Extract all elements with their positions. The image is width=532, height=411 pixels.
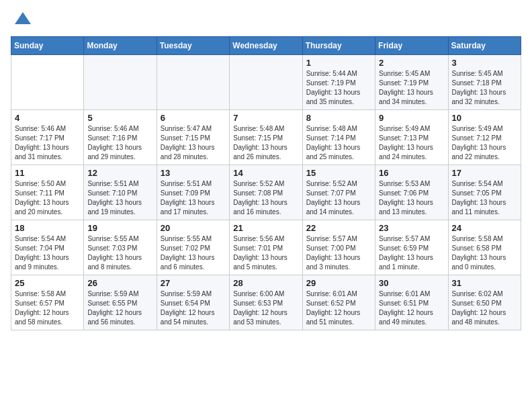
- day-info: Sunrise: 5:59 AM Sunset: 6:54 PM Dayligh…: [161, 289, 226, 327]
- day-number: 30: [379, 278, 444, 288]
- day-info: Sunrise: 6:00 AM Sunset: 6:53 PM Dayligh…: [233, 289, 298, 327]
- page-header: [11, 11, 521, 30]
- calendar-cell: 2Sunrise: 5:45 AM Sunset: 7:19 PM Daylig…: [375, 55, 448, 110]
- day-number: 29: [306, 278, 371, 288]
- weekday-header-row: SundayMondayTuesdayWednesdayThursdayFrid…: [11, 37, 521, 55]
- weekday-header-saturday: Saturday: [448, 37, 521, 55]
- calendar-cell: 5Sunrise: 5:46 AM Sunset: 7:16 PM Daylig…: [84, 110, 157, 165]
- day-number: 26: [87, 278, 152, 288]
- calendar-cell: 8Sunrise: 5:48 AM Sunset: 7:14 PM Daylig…: [302, 110, 375, 165]
- day-number: 27: [161, 278, 226, 288]
- day-info: Sunrise: 5:45 AM Sunset: 7:18 PM Dayligh…: [452, 69, 517, 107]
- calendar-cell: 24Sunrise: 5:58 AM Sunset: 6:58 PM Dayli…: [448, 220, 521, 275]
- calendar-cell: 16Sunrise: 5:53 AM Sunset: 7:06 PM Dayli…: [375, 165, 448, 220]
- day-number: 5: [87, 113, 152, 123]
- calendar-cell: 10Sunrise: 5:49 AM Sunset: 7:12 PM Dayli…: [448, 110, 521, 165]
- day-info: Sunrise: 5:47 AM Sunset: 7:15 PM Dayligh…: [161, 124, 226, 162]
- day-info: Sunrise: 6:02 AM Sunset: 6:50 PM Dayligh…: [452, 289, 517, 327]
- day-number: 3: [452, 58, 517, 68]
- day-info: Sunrise: 5:58 AM Sunset: 6:57 PM Dayligh…: [15, 289, 80, 327]
- day-number: 7: [233, 113, 298, 123]
- day-info: Sunrise: 5:57 AM Sunset: 6:59 PM Dayligh…: [379, 234, 444, 272]
- weekday-header-tuesday: Tuesday: [157, 37, 229, 55]
- day-number: 9: [379, 113, 444, 123]
- day-number: 13: [161, 168, 226, 178]
- calendar-week-1: 1Sunrise: 5:44 AM Sunset: 7:19 PM Daylig…: [11, 55, 521, 110]
- logo-icon: [13, 11, 32, 30]
- calendar-cell: 13Sunrise: 5:51 AM Sunset: 7:09 PM Dayli…: [157, 165, 229, 220]
- day-info: Sunrise: 5:51 AM Sunset: 7:09 PM Dayligh…: [161, 179, 226, 217]
- calendar-week-2: 4Sunrise: 5:46 AM Sunset: 7:17 PM Daylig…: [11, 110, 521, 165]
- calendar-cell: 14Sunrise: 5:52 AM Sunset: 7:08 PM Dayli…: [230, 165, 302, 220]
- calendar-cell: 6Sunrise: 5:47 AM Sunset: 7:15 PM Daylig…: [157, 110, 229, 165]
- calendar-week-4: 18Sunrise: 5:54 AM Sunset: 7:04 PM Dayli…: [11, 220, 521, 275]
- calendar-cell: 26Sunrise: 5:59 AM Sunset: 6:55 PM Dayli…: [84, 275, 157, 330]
- day-number: 22: [306, 223, 371, 233]
- calendar-cell: 23Sunrise: 5:57 AM Sunset: 6:59 PM Dayli…: [375, 220, 448, 275]
- day-number: 4: [15, 113, 80, 123]
- calendar-cell: 11Sunrise: 5:50 AM Sunset: 7:11 PM Dayli…: [11, 165, 84, 220]
- calendar-cell: 17Sunrise: 5:54 AM Sunset: 7:05 PM Dayli…: [448, 165, 521, 220]
- day-number: 11: [15, 168, 80, 178]
- day-info: Sunrise: 6:01 AM Sunset: 6:52 PM Dayligh…: [306, 289, 371, 327]
- weekday-header-thursday: Thursday: [302, 37, 375, 55]
- weekday-header-wednesday: Wednesday: [230, 37, 302, 55]
- calendar-cell: 9Sunrise: 5:49 AM Sunset: 7:13 PM Daylig…: [375, 110, 448, 165]
- day-info: Sunrise: 5:49 AM Sunset: 7:13 PM Dayligh…: [379, 124, 444, 162]
- calendar-cell: [84, 55, 157, 110]
- calendar-cell: 21Sunrise: 5:56 AM Sunset: 7:01 PM Dayli…: [230, 220, 302, 275]
- day-info: Sunrise: 5:58 AM Sunset: 6:58 PM Dayligh…: [452, 234, 517, 272]
- day-number: 23: [379, 223, 444, 233]
- day-info: Sunrise: 5:48 AM Sunset: 7:14 PM Dayligh…: [306, 124, 371, 162]
- calendar-cell: 27Sunrise: 5:59 AM Sunset: 6:54 PM Dayli…: [157, 275, 229, 330]
- calendar-cell: [11, 55, 84, 110]
- day-number: 2: [379, 58, 444, 68]
- day-info: Sunrise: 5:56 AM Sunset: 7:01 PM Dayligh…: [233, 234, 298, 272]
- day-info: Sunrise: 5:46 AM Sunset: 7:16 PM Dayligh…: [87, 124, 152, 162]
- logo: [11, 11, 32, 30]
- calendar-cell: 19Sunrise: 5:55 AM Sunset: 7:03 PM Dayli…: [84, 220, 157, 275]
- day-info: Sunrise: 5:44 AM Sunset: 7:19 PM Dayligh…: [306, 69, 371, 107]
- day-info: Sunrise: 5:49 AM Sunset: 7:12 PM Dayligh…: [452, 124, 517, 162]
- calendar-week-5: 25Sunrise: 5:58 AM Sunset: 6:57 PM Dayli…: [11, 275, 521, 330]
- weekday-header-sunday: Sunday: [11, 37, 84, 55]
- svg-marker-0: [15, 12, 31, 24]
- day-info: Sunrise: 5:53 AM Sunset: 7:06 PM Dayligh…: [379, 179, 444, 217]
- day-info: Sunrise: 6:01 AM Sunset: 6:51 PM Dayligh…: [379, 289, 444, 327]
- day-info: Sunrise: 5:46 AM Sunset: 7:17 PM Dayligh…: [15, 124, 80, 162]
- day-info: Sunrise: 5:55 AM Sunset: 7:03 PM Dayligh…: [87, 234, 152, 272]
- calendar-cell: 12Sunrise: 5:51 AM Sunset: 7:10 PM Dayli…: [84, 165, 157, 220]
- calendar-cell: 28Sunrise: 6:00 AM Sunset: 6:53 PM Dayli…: [230, 275, 302, 330]
- day-number: 8: [306, 113, 371, 123]
- day-number: 10: [452, 113, 517, 123]
- day-info: Sunrise: 5:54 AM Sunset: 7:04 PM Dayligh…: [15, 234, 80, 272]
- day-number: 1: [306, 58, 371, 68]
- calendar-cell: 3Sunrise: 5:45 AM Sunset: 7:18 PM Daylig…: [448, 55, 521, 110]
- day-info: Sunrise: 5:51 AM Sunset: 7:10 PM Dayligh…: [87, 179, 152, 217]
- day-number: 24: [452, 223, 517, 233]
- day-number: 16: [379, 168, 444, 178]
- calendar-cell: 31Sunrise: 6:02 AM Sunset: 6:50 PM Dayli…: [448, 275, 521, 330]
- calendar-cell: 25Sunrise: 5:58 AM Sunset: 6:57 PM Dayli…: [11, 275, 84, 330]
- calendar-table: SundayMondayTuesdayWednesdayThursdayFrid…: [11, 36, 521, 330]
- calendar-cell: 15Sunrise: 5:52 AM Sunset: 7:07 PM Dayli…: [302, 165, 375, 220]
- calendar-cell: 4Sunrise: 5:46 AM Sunset: 7:17 PM Daylig…: [11, 110, 84, 165]
- day-info: Sunrise: 5:59 AM Sunset: 6:55 PM Dayligh…: [87, 289, 152, 327]
- day-number: 6: [161, 113, 226, 123]
- day-number: 15: [306, 168, 371, 178]
- calendar-week-3: 11Sunrise: 5:50 AM Sunset: 7:11 PM Dayli…: [11, 165, 521, 220]
- calendar-cell: 29Sunrise: 6:01 AM Sunset: 6:52 PM Dayli…: [302, 275, 375, 330]
- day-number: 18: [15, 223, 80, 233]
- day-info: Sunrise: 5:52 AM Sunset: 7:07 PM Dayligh…: [306, 179, 371, 217]
- day-info: Sunrise: 5:48 AM Sunset: 7:15 PM Dayligh…: [233, 124, 298, 162]
- day-number: 28: [233, 278, 298, 288]
- day-number: 17: [452, 168, 517, 178]
- calendar-cell: 18Sunrise: 5:54 AM Sunset: 7:04 PM Dayli…: [11, 220, 84, 275]
- day-info: Sunrise: 5:52 AM Sunset: 7:08 PM Dayligh…: [233, 179, 298, 217]
- calendar-cell: 7Sunrise: 5:48 AM Sunset: 7:15 PM Daylig…: [230, 110, 302, 165]
- calendar-cell: 30Sunrise: 6:01 AM Sunset: 6:51 PM Dayli…: [375, 275, 448, 330]
- day-number: 21: [233, 223, 298, 233]
- calendar-cell: 20Sunrise: 5:55 AM Sunset: 7:02 PM Dayli…: [157, 220, 229, 275]
- day-info: Sunrise: 5:50 AM Sunset: 7:11 PM Dayligh…: [15, 179, 80, 217]
- day-number: 12: [87, 168, 152, 178]
